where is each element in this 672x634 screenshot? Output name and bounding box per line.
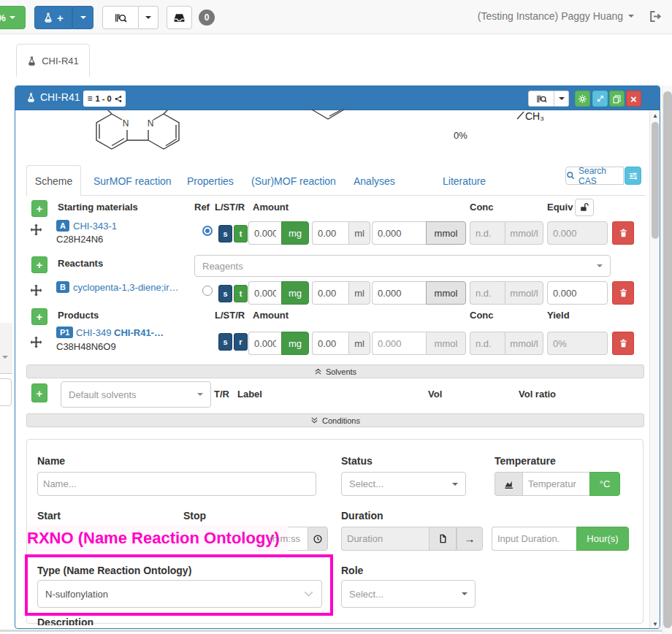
ref-radio[interactable] [202, 286, 213, 296]
add-solvent-button[interactable]: + [31, 383, 47, 402]
unit-mg-button[interactable]: mg [281, 332, 309, 355]
ref-label: r [239, 337, 242, 346]
status-select[interactable]: Select... [341, 472, 466, 496]
name-input[interactable] [37, 472, 316, 496]
close-icon: × [630, 93, 637, 105]
amount-mg-input[interactable] [248, 332, 281, 355]
conc-input [470, 281, 505, 305]
split-button[interactable]: s [218, 285, 232, 302]
solvents-collapse-bar[interactable]: Solvents [26, 364, 644, 378]
tab-surmof2-reaction[interactable]: (Sur)MOF reaction [251, 175, 336, 187]
temperature-unit-button[interactable]: °C [589, 472, 620, 496]
ref-radio[interactable] [202, 226, 213, 236]
amount-mmol-group: mmol [372, 221, 466, 245]
unit-ml-button[interactable]: ml [348, 281, 370, 305]
solvents-bar-label: Solvents [326, 367, 356, 376]
tab-analyses[interactable]: Analyses [354, 175, 395, 187]
split-button[interactable]: s [218, 333, 232, 351]
duration-apply-button[interactable]: → [457, 527, 483, 551]
reaction-tab[interactable]: CHI-R41 [16, 44, 90, 77]
amount-ml-input[interactable] [312, 332, 348, 355]
scroll-down-arrow[interactable]: ▼ [650, 621, 660, 627]
svg-text:N: N [123, 118, 129, 129]
reagents-select[interactable]: Reagents [194, 255, 611, 277]
duration-copy-button[interactable] [429, 527, 457, 551]
col-yield: Yield [547, 310, 570, 321]
amount-mmol-input[interactable] [372, 281, 426, 305]
collection-count-badge[interactable]: ≡ 1 - 0 [83, 91, 126, 107]
delete-row-button[interactable] [612, 221, 634, 245]
create-sample-button[interactable]: + [34, 6, 72, 29]
input-duration-input[interactable] [492, 527, 576, 551]
target-button[interactable]: t [234, 285, 248, 302]
settings-button[interactable] [575, 91, 590, 107]
scroll-up-arrow[interactable]: ▲ [650, 112, 660, 119]
material-link[interactable]: cyclopenta-1,3-diene;ir… [73, 282, 179, 293]
page-scrollbar-thumb[interactable] [663, 91, 672, 628]
delete-row-button[interactable] [612, 332, 634, 355]
close-panel-button[interactable]: × [626, 91, 641, 107]
drag-handle[interactable] [30, 284, 42, 297]
equiv-lock-button[interactable] [575, 199, 594, 216]
tab-properties[interactable]: Properties [187, 175, 234, 187]
amount-mg-input[interactable] [248, 281, 281, 305]
percent-button[interactable]: % [0, 6, 26, 29]
drag-handle[interactable] [30, 224, 42, 236]
drag-handle[interactable] [30, 336, 42, 348]
conditions-collapse-bar[interactable]: Conditions [26, 413, 644, 427]
unit-mg-button[interactable]: mg [281, 281, 309, 305]
amount-ml-input[interactable] [312, 221, 348, 245]
create-dropdown-toggle[interactable] [72, 6, 93, 29]
panel-scrollbar-thumb[interactable] [652, 122, 659, 239]
temperature-input[interactable] [522, 472, 589, 496]
duplicate-button[interactable] [609, 91, 625, 107]
amount-mmol-input[interactable] [372, 221, 426, 245]
role-select[interactable]: Select... [341, 580, 476, 608]
amount-mg-input[interactable] [248, 221, 281, 245]
duration-unit-button[interactable]: Hour(s) [576, 527, 629, 551]
add-reactant-button[interactable]: + [31, 256, 47, 273]
equiv-input[interactable] [547, 221, 608, 245]
page-scrollbar[interactable] [662, 85, 672, 634]
tab-surmof-reaction[interactable]: SurMOF reaction [93, 175, 172, 187]
material-link[interactable]: CHI-349 CHI-R41-… [76, 327, 164, 338]
logout-button[interactable] [648, 9, 662, 23]
amount-mmol-input[interactable] [372, 332, 426, 355]
search-cas-button[interactable]: Search CAS [565, 167, 624, 185]
print-barcode-button[interactable] [528, 91, 554, 107]
split-label: s [223, 229, 227, 238]
delete-row-button[interactable] [612, 281, 634, 305]
panel-scrollbar[interactable]: ▲ ▼ [649, 110, 660, 629]
flask-icon [43, 12, 53, 23]
stop-label: Stop [183, 510, 206, 522]
unit-mg-button[interactable]: mg [281, 221, 309, 245]
material-link[interactable]: CHI-343-1 [73, 221, 117, 232]
plus-icon: + [37, 388, 43, 399]
default-solvents-select[interactable]: Default solvents [61, 381, 211, 408]
amount-ml-input[interactable] [312, 281, 348, 305]
scan-dropdown-toggle[interactable] [139, 6, 159, 29]
add-starting-material-button[interactable]: + [31, 200, 47, 217]
inbox-button[interactable] [167, 6, 192, 29]
user-menu[interactable]: (Testing Instance) Paggy Huang [478, 10, 634, 22]
fullscreen-button[interactable] [592, 91, 608, 107]
temperature-chart-button[interactable] [495, 472, 522, 496]
unit-ml-button[interactable]: ml [348, 332, 370, 355]
add-product-button[interactable]: + [31, 308, 47, 325]
print-dropdown-toggle[interactable] [554, 91, 569, 107]
equiv-input[interactable] [547, 281, 608, 305]
create-sample-button-group: + [34, 6, 93, 29]
tab-literature[interactable]: Literature [443, 175, 486, 187]
ref-button[interactable]: r [234, 333, 248, 351]
scheme-settings-button[interactable] [625, 167, 641, 185]
unit-ml-button[interactable]: ml [348, 221, 370, 245]
tab-scheme[interactable]: Scheme [26, 165, 81, 196]
unit-mmol-button[interactable]: mmol [426, 281, 466, 305]
unit-mmol-button[interactable]: mmol [426, 221, 466, 245]
barcode-scan-button[interactable] [102, 6, 139, 29]
stop-clock-button[interactable] [308, 527, 328, 551]
split-button[interactable]: s [218, 225, 232, 242]
name-label: Name [37, 455, 65, 467]
target-button[interactable]: t [234, 225, 248, 242]
amount-mg-group: mg [248, 221, 309, 245]
